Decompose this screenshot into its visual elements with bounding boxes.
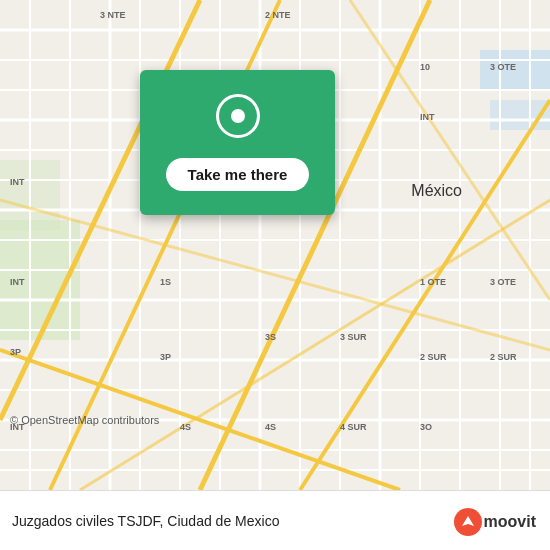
- svg-text:INT: INT: [420, 112, 435, 122]
- take-me-there-button[interactable]: Take me there: [166, 158, 310, 191]
- svg-text:3O: 3O: [420, 422, 432, 432]
- location-card: Take me there: [140, 70, 335, 215]
- moovit-text: moovit: [484, 513, 536, 531]
- moovit-logo: moovit: [454, 508, 536, 536]
- svg-text:INT: INT: [10, 277, 25, 287]
- svg-text:2 NTE: 2 NTE: [265, 10, 291, 20]
- location-title: Juzgados civiles TSJDF, Ciudad de Mexico: [12, 513, 279, 529]
- svg-text:3S: 3S: [265, 332, 276, 342]
- map-container: 2 NTE 3 NTE 10 3 OTE INT INT 3P INT 1S 3…: [0, 0, 550, 490]
- svg-text:4 SUR: 4 SUR: [340, 422, 367, 432]
- svg-text:2 SUR: 2 SUR: [490, 352, 517, 362]
- svg-text:4S: 4S: [180, 422, 191, 432]
- svg-text:1 OTE: 1 OTE: [420, 277, 446, 287]
- mexico-city-label: México: [411, 182, 462, 200]
- svg-text:INT: INT: [10, 177, 25, 187]
- svg-text:10: 10: [420, 62, 430, 72]
- moovit-icon: [454, 508, 482, 536]
- svg-text:4S: 4S: [265, 422, 276, 432]
- svg-text:3 OTE: 3 OTE: [490, 62, 516, 72]
- svg-text:3P: 3P: [160, 352, 171, 362]
- bottom-bar: Juzgados civiles TSJDF, Ciudad de Mexico…: [0, 490, 550, 550]
- svg-text:3 OTE: 3 OTE: [490, 277, 516, 287]
- location-pin-icon: [216, 94, 260, 146]
- moovit-svg-icon: [460, 514, 476, 530]
- svg-text:2 SUR: 2 SUR: [420, 352, 447, 362]
- svg-text:3 NTE: 3 NTE: [100, 10, 126, 20]
- svg-text:3P: 3P: [10, 347, 21, 357]
- svg-text:1S: 1S: [160, 277, 171, 287]
- osm-attribution: © OpenStreetMap contributors: [10, 414, 159, 426]
- svg-text:3 SUR: 3 SUR: [340, 332, 367, 342]
